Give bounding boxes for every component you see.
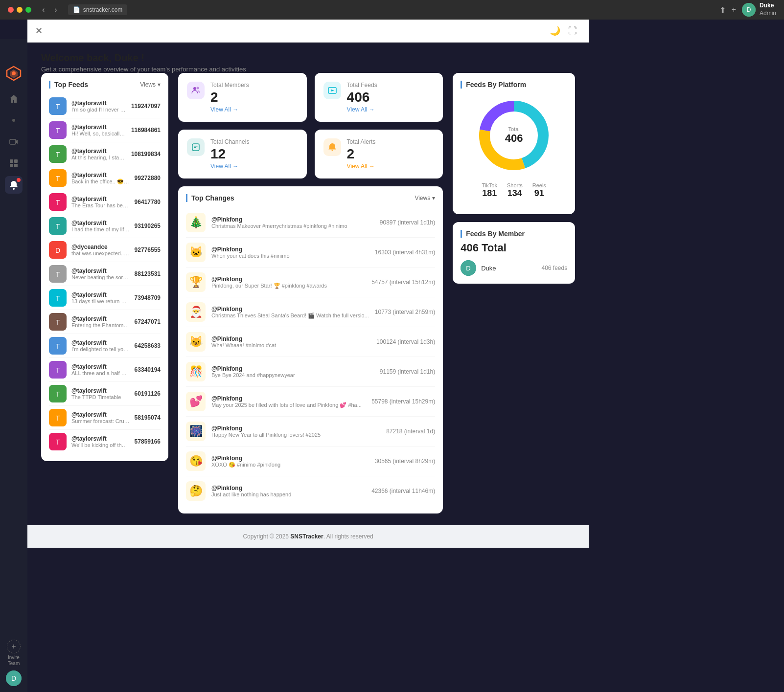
channels-icon [187, 138, 205, 156]
user-avatar-sidebar[interactable]: D [6, 670, 22, 686]
feed-list-item[interactable]: T @taylorswift 13 days til we return Spe… [49, 286, 161, 310]
members-value: 2 [210, 89, 249, 105]
feed-info: @taylorswift Back in the office.. 😎 #Mia… [71, 172, 130, 185]
changes-header: Top Changes Views ▾ [186, 194, 435, 202]
feed-avatar: T [49, 169, 67, 187]
sidebar: + InviteTeam D [0, 39, 27, 692]
feed-list-item[interactable]: T @taylorswift Entering the Phantom Clea… [49, 310, 161, 334]
changes-views-dropdown[interactable]: Views ▾ [415, 195, 435, 201]
change-list-item[interactable]: 😘 @Pinkfong XOXO 😘 #ninimo #pinkfong 305… [186, 446, 435, 476]
feed-list-item[interactable]: T @taylorswift Hi! Well, so, basically I… [49, 118, 161, 142]
back-icon[interactable]: ‹ [39, 4, 47, 15]
feed-list-item[interactable]: T @taylorswift The TTPD Timetable 601911… [49, 382, 161, 406]
feed-name: @taylorswift [71, 268, 130, 274]
feed-list-item[interactable]: T @taylorswift ALL three and a half hour… [49, 358, 161, 382]
feed-name: @taylorswift [71, 100, 126, 107]
add-tab-icon[interactable]: + [732, 5, 736, 14]
fullscreen-icon[interactable]: ⛶ [568, 26, 577, 36]
close-panel-icon[interactable]: ✕ [35, 25, 43, 36]
feed-avatar: T [49, 97, 67, 115]
change-stat: 16303 (interval 4h31m) [375, 249, 435, 256]
feed-list-item[interactable]: T @taylorswift I'm so glad I'll never kn… [49, 94, 161, 118]
total-feeds-card: Total Feeds 406 View All → [315, 73, 443, 122]
svg-text:T: T [56, 270, 60, 278]
feed-list-item[interactable]: T @taylorswift I had the time of my life… [49, 214, 161, 238]
feed-name: @taylorswift [71, 411, 130, 418]
change-list-item[interactable]: 🎅 @Pinkfong Christmas Thieves Steal Sant… [186, 297, 435, 327]
svg-rect-11 [14, 164, 18, 167]
feed-count: 63340194 [135, 366, 161, 373]
change-info: @Pinkfong Pinkfong, our Super Star! 🏆 #p… [211, 276, 366, 289]
member-title: Feeds By Member [461, 230, 567, 238]
feed-name: @taylorswift [71, 172, 130, 179]
feed-list-item[interactable]: T @taylorswift Back in the office.. 😎 #M… [49, 166, 161, 190]
change-list-item[interactable]: 🎆 @Pinkfong Happy New Year to all Pinkfo… [186, 417, 435, 446]
feed-name: @taylorswift [71, 315, 130, 322]
change-name: @Pinkfong [211, 335, 370, 342]
feed-list-item[interactable]: T @taylorswift Never beating the sorcery… [49, 262, 161, 286]
invite-team-button[interactable]: + InviteTeam [7, 640, 21, 667]
feeds-label: Total Feeds [347, 82, 377, 89]
change-stat: 42366 (interval 11h46m) [371, 488, 435, 494]
sidebar-item-home[interactable] [5, 90, 23, 108]
change-list-item[interactable]: 💕 @Pinkfong May your 2025 be filled with… [186, 387, 435, 417]
main-content: ✕ 🌙 ⛶ Welcome back, Duke ! Get a compreh… [27, 20, 589, 692]
donut-center: Total 406 [505, 126, 523, 145]
feed-info: @dyceandce that was unexpected.. #funny … [71, 244, 130, 256]
feed-list-item[interactable]: T @taylorswift The Eras Tour has been th… [49, 190, 161, 214]
feed-text: Summer forecast: Cruel. ... [71, 418, 130, 424]
change-list-item[interactable]: 🎄 @Pinkfong Christmas Makeover #merrychr… [186, 208, 435, 238]
change-avatar: 💕 [186, 392, 206, 411]
feed-info: @taylorswift The TTPD Timetable [71, 387, 130, 400]
change-list-item[interactable]: 🏆 @Pinkfong Pinkfong, our Super Star! 🏆 … [186, 268, 435, 297]
feed-text: Never beating the sorcery alle... [71, 274, 130, 280]
tab-url: snstracker.com [83, 6, 123, 13]
svg-point-45 [193, 87, 196, 90]
stats-grid: Total Members 2 View All → [178, 73, 443, 179]
share-icon[interactable]: ⬆ [719, 5, 726, 15]
titlebar: ‹ › 📄 snstracker.com ⬆ + D Duke Admin [0, 0, 784, 20]
chevron-down-icon: ▾ [432, 195, 435, 201]
change-stat: 91159 (interval 1d1h) [380, 368, 435, 375]
feed-name: @taylorswift [71, 339, 130, 346]
svg-text:T: T [56, 438, 60, 446]
svg-rect-10 [10, 164, 13, 167]
members-link[interactable]: View All → [210, 106, 249, 113]
invite-plus-icon: + [7, 640, 21, 653]
change-list-item[interactable]: 🎊 @Pinkfong Bye Bye 2024 and #happynewye… [186, 357, 435, 387]
views-dropdown[interactable]: Views ▾ [140, 81, 161, 88]
user-name: Duke [760, 2, 776, 10]
feed-list-item[interactable]: T @taylorswift We'll be kicking off the … [49, 430, 161, 453]
feeds-link[interactable]: View All → [347, 106, 377, 113]
change-info: @Pinkfong When your cat does this #ninim… [211, 246, 369, 259]
change-list-item[interactable]: 🤔 @Pinkfong Just act like nothing has ha… [186, 476, 435, 506]
svg-text:T: T [56, 390, 60, 398]
sidebar-item-video[interactable] [5, 133, 23, 151]
sidebar-item-grid[interactable] [5, 155, 23, 172]
minimize-dot[interactable] [17, 7, 23, 13]
feed-list-item[interactable]: T @taylorswift I'm delighted to tell you… [49, 334, 161, 358]
change-list-item[interactable]: 😺 @Pinkfong Wha! Whaaa! #ninimo #cat 100… [186, 327, 435, 357]
app-logo[interactable] [5, 65, 23, 82]
channels-value: 12 [210, 146, 249, 162]
change-name: @Pinkfong [211, 246, 369, 253]
alerts-label: Total Alerts [347, 138, 376, 145]
feed-list-item[interactable]: T @taylorswift Summer forecast: Cruel. .… [49, 406, 161, 430]
sidebar-item-dot[interactable] [5, 112, 23, 129]
notification-badge [17, 178, 21, 182]
change-name: @Pinkfong [211, 276, 366, 283]
user-badge: D Duke Admin [742, 2, 776, 17]
close-dot[interactable] [8, 7, 14, 13]
change-list-item[interactable]: 🐱 @Pinkfong When your cat does this #nin… [186, 238, 435, 268]
sidebar-item-notifications[interactable] [5, 176, 23, 194]
feed-avatar: T [49, 313, 67, 331]
feed-info: @taylorswift ALL three and a half hours … [71, 363, 130, 376]
channels-link[interactable]: View All → [210, 163, 249, 170]
maximize-dot[interactable] [25, 7, 31, 13]
feed-list-item[interactable]: D @dyceandce that was unexpected.. #funn… [49, 238, 161, 262]
feed-list-item[interactable]: T @taylorswift At this hearing, I stand … [49, 142, 161, 166]
forward-icon[interactable]: › [51, 4, 60, 15]
alerts-link[interactable]: View All → [347, 163, 376, 170]
feed-count: 58195074 [135, 414, 161, 421]
dark-mode-icon[interactable]: 🌙 [550, 25, 560, 36]
